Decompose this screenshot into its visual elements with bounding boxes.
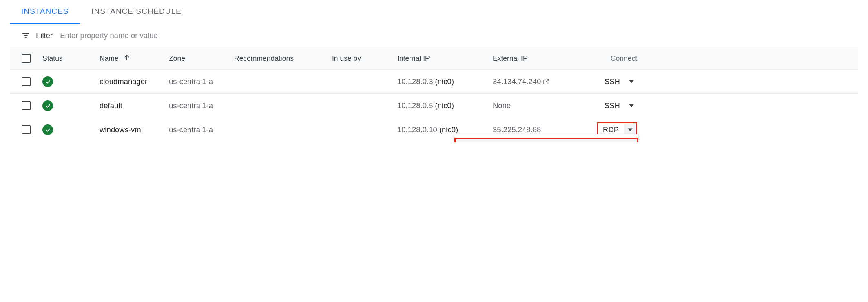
tabs-bar: INSTANCES INSTANCE SCHEDULE — [10, 0, 858, 24]
col-zone[interactable]: Zone — [169, 50, 234, 67]
col-connect[interactable]: Connect — [585, 50, 638, 67]
tab-instance-schedule[interactable]: INSTANCE SCHEDULE — [80, 0, 193, 24]
instance-in-use-by — [332, 126, 397, 134]
table-row: windows-vm us-central1-a 10.128.0.10 (ni… — [10, 118, 858, 142]
connect-ssh-button[interactable]: SSH — [600, 98, 637, 113]
open-in-new-icon[interactable] — [542, 78, 550, 85]
status-running-icon — [42, 124, 53, 135]
instance-in-use-by — [332, 102, 397, 110]
row-checkbox[interactable] — [22, 125, 31, 134]
instance-name[interactable]: cloudmanager — [100, 73, 169, 90]
instance-name[interactable]: windows-vm — [100, 121, 169, 138]
connect-dropdown-caret[interactable] — [625, 74, 637, 89]
filter-icon — [21, 31, 30, 40]
connect-dropdown-menu: Set Windows password View gcloud command… — [454, 134, 638, 142]
filter-label: Filter — [36, 31, 53, 40]
instance-recommendations — [234, 78, 332, 86]
instance-external-ip: 34.134.74.240 — [493, 73, 585, 90]
instance-internal-ip: 10.128.0.3 (nic0) — [397, 73, 493, 90]
instance-name[interactable]: default — [100, 97, 169, 114]
col-name-label: Name — [100, 54, 119, 63]
table-row: default us-central1-a 10.128.0.5 (nic0) … — [10, 94, 858, 118]
filter-bar: Filter — [10, 24, 858, 47]
instance-in-use-by — [332, 78, 397, 86]
table-row: cloudmanager us-central1-a 10.128.0.3 (n… — [10, 70, 858, 94]
instance-recommendations — [234, 102, 332, 110]
col-status[interactable]: Status — [42, 50, 100, 67]
col-in-use-by[interactable]: In use by — [332, 50, 397, 67]
table-header-row: Status Name Zone Recommendations In use … — [10, 47, 858, 70]
tab-instances[interactable]: INSTANCES — [10, 0, 80, 24]
row-checkbox[interactable] — [22, 101, 31, 110]
instance-zone: us-central1-a — [169, 73, 234, 90]
sort-ascending-icon — [123, 53, 131, 64]
menu-set-windows-password[interactable]: Set Windows password — [454, 138, 638, 142]
col-external-ip[interactable]: External IP — [493, 50, 585, 67]
col-recommendations[interactable]: Recommendations — [234, 50, 332, 67]
select-all-checkbox[interactable] — [22, 54, 31, 63]
instance-recommendations — [234, 126, 332, 134]
instance-internal-ip: 10.128.0.5 (nic0) — [397, 97, 493, 114]
row-checkbox[interactable] — [22, 77, 31, 86]
connect-label: SSH — [600, 74, 625, 89]
instance-zone: us-central1-a — [169, 97, 234, 114]
status-running-icon — [42, 76, 53, 87]
col-internal-ip[interactable]: Internal IP — [397, 50, 493, 67]
filter-input[interactable] — [58, 29, 858, 42]
col-name[interactable]: Name — [100, 49, 169, 68]
status-running-icon — [42, 100, 53, 111]
instance-zone: us-central1-a — [169, 121, 234, 138]
instance-external-ip: None — [493, 97, 585, 114]
connect-dropdown-caret[interactable] — [625, 98, 637, 113]
connect-ssh-button[interactable]: SSH — [600, 74, 637, 89]
connect-label: SSH — [600, 98, 625, 113]
instances-table: Status Name Zone Recommendations In use … — [10, 47, 858, 142]
